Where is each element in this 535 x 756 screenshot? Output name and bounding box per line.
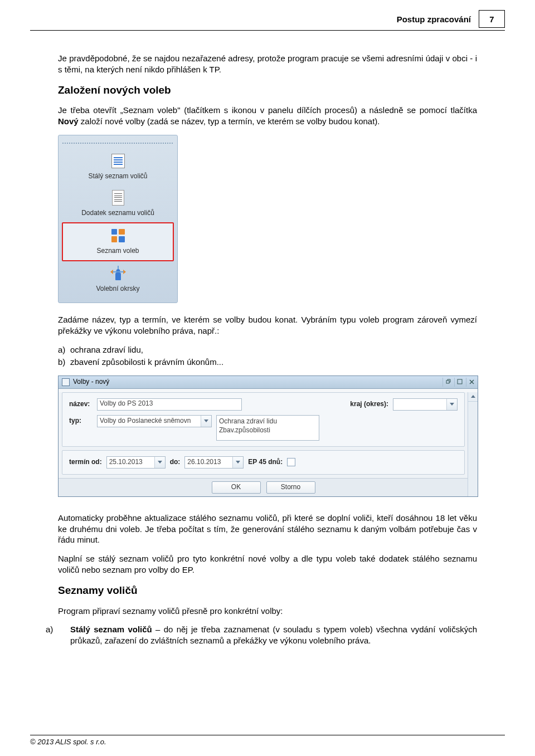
date-from[interactable]: 25.10.2013 [106, 456, 166, 469]
chevron-down-icon [201, 416, 211, 427]
listbox-prekazky[interactable]: Ochrana zdraví lidu Zbav.způsobilosti [216, 415, 319, 441]
footer-copyright: © 2013 ALIS spol. s r.o. [30, 735, 505, 746]
date-to[interactable]: 26.10.2013 [184, 456, 244, 469]
para-zadame: Zadáme název, typ a termín, ve kterém se… [58, 314, 477, 336]
panel-item-staly-seznam[interactable]: Stálý seznam voličů [59, 149, 177, 186]
ok-button[interactable]: OK [212, 481, 261, 494]
panel-item-seznam-voleb[interactable]: Seznam voleb [62, 222, 174, 261]
svg-rect-0 [446, 381, 449, 383]
date-to-value: 26.10.2013 [187, 458, 232, 467]
label-ep45: EP 45 dnů: [248, 458, 283, 467]
panel-item-dodatek[interactable]: Dodatek seznamu voličů [59, 186, 177, 222]
para2-pre: Je třeba otevřít „Seznam voleb" (tlačítk… [58, 105, 477, 115]
panel-grip [62, 142, 174, 144]
para-program-pripravi: Program připraví seznamy voličů přesně p… [58, 606, 477, 617]
label-nazev: název: [69, 400, 93, 409]
chevron-down-icon [154, 457, 165, 468]
dialog-title: Volby - nový [73, 378, 109, 387]
dialog-volby-novy: Volby - nový n [58, 375, 478, 497]
label-typ: typ: [69, 415, 93, 426]
label-kraj: kraj (okres): [350, 400, 388, 409]
page-number: 7 [479, 10, 505, 28]
para2-bold: Nový [58, 116, 79, 126]
list2-a-bold: Stálý seznam voličů [70, 625, 152, 634]
list-seznamy: a)Stálý seznam voličů – do něj je třeba … [58, 624, 477, 646]
chevron-down-icon [446, 399, 457, 410]
heading-seznamy: Seznamy voličů [58, 583, 477, 597]
heading-zalozeni: Založení nových voleb [58, 83, 477, 97]
checkbox-ep45[interactable] [287, 458, 295, 466]
list-item-a: ochrana zdraví lidu, [70, 345, 143, 354]
para2-post: založí nové volby (zadá se název, typ a … [79, 116, 380, 126]
maximize-icon[interactable] [454, 378, 465, 387]
list-item-b: zbavení způsobilosti k právním úkonům... [70, 357, 223, 367]
combo-typ-value: Volby do Poslanecké sněmovn [100, 417, 201, 426]
para-zalozeni: Je třeba otevřít „Seznam voleb" (tlačítk… [58, 105, 477, 127]
intro-paragraph: Je pravděpodobné, že se najdou nezařazen… [58, 53, 477, 75]
input-nazev[interactable]: Volby do PS 2013 [97, 398, 242, 411]
process-panel: Stálý seznam voličů Dodatek seznamu voli… [58, 135, 178, 303]
label-termin-od: termín od: [69, 458, 102, 467]
panel-item-label: Stálý seznam voličů [59, 172, 177, 181]
list-item: Zbav.způsobilosti [219, 426, 317, 435]
dialog-titlebar[interactable]: Volby - nový [59, 376, 478, 389]
list-item: Ochrana zdraví lidu [219, 417, 317, 426]
panel-item-label: Volební okrsky [59, 285, 177, 294]
combo-kraj[interactable] [393, 398, 458, 411]
header-title: Postup zpracování [397, 14, 479, 24]
okrsky-icon [109, 265, 127, 282]
list-prekazky: a)ochrana zdraví lidu, b)zbavení způsobi… [58, 344, 477, 368]
list-icon [109, 152, 127, 170]
svg-rect-1 [458, 379, 462, 384]
grid-icon [109, 227, 127, 245]
para-naplni: Naplní se stálý seznam voličů pro tyto k… [58, 553, 477, 575]
panel-item-label: Seznam voleb [63, 247, 173, 256]
storno-button[interactable]: Storno [266, 481, 315, 494]
label-do: do: [170, 458, 181, 467]
para-automaticky: Automaticky proběhne aktualizace stálého… [58, 513, 477, 546]
document-icon [109, 189, 127, 207]
window-icon [62, 378, 70, 386]
combo-typ[interactable]: Volby do Poslanecké sněmovn [97, 415, 212, 427]
scroll-up-icon[interactable] [468, 392, 478, 402]
date-from-value: 25.10.2013 [109, 458, 154, 467]
chevron-down-icon [232, 457, 243, 468]
panel-item-okrsky[interactable]: Volební okrsky [59, 261, 177, 298]
scrollbar[interactable] [468, 392, 478, 496]
panel-item-label: Dodatek seznamu voličů [59, 209, 177, 218]
close-icon[interactable] [466, 378, 476, 387]
restore-down-icon[interactable] [442, 378, 453, 387]
